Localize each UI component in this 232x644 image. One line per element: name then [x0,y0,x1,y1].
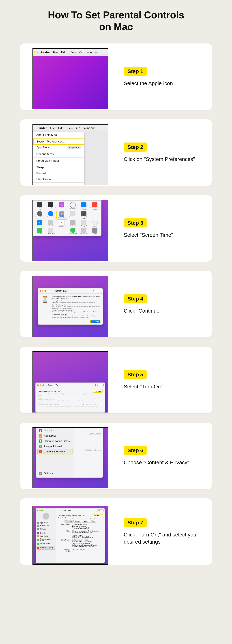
change-passcode-button[interactable]: Change Passcode… [83,403,102,406]
screenshot-4: ‹ › ⋮⋮ Screen Time Q ⏳ Get insights abou… [20,271,111,338]
pref-security[interactable]: Security & Privacy [78,216,89,220]
menu-restart[interactable]: Restart… [33,170,84,176]
cpr-head: Content & Privacy Restrictions: [58,515,81,516]
gc-profile-privacy[interactable]: ☑ Allow Profile Privacy Changes [72,546,103,548]
pref-trackpad[interactable]: Trackpad [78,225,89,227]
min-icon[interactable] [42,290,44,292]
web-unrestricted[interactable]: ◯ Unrestricted Access [72,524,103,526]
sidebar-item[interactable]: Content & Privacy [37,546,55,549]
search-input[interactable]: Q [97,510,104,512]
close-icon[interactable] [37,384,39,386]
max-icon[interactable] [42,384,44,386]
apple-icon[interactable] [34,52,38,53]
search-input[interactable]: Q [96,384,104,386]
search-input[interactable]: Q [92,290,101,292]
pref-spotlight[interactable]: Spotlight [68,208,78,210]
pref-profiles[interactable]: Profiles [90,233,100,234]
pref-datetime[interactable]: Date & Time [46,233,56,234]
pref-language[interactable]: Language & Region [78,207,89,210]
max-icon[interactable] [45,290,46,292]
pref-mouse[interactable]: Mouse [90,226,100,227]
menu-view[interactable]: View [70,50,76,54]
pref-extensions[interactable]: Extensions [68,216,78,218]
menu-system-preferences[interactable]: System Preferences… [33,139,84,144]
menu-about-mac[interactable]: About This Mac [33,132,84,138]
gamecenter-label: Game Center: [58,539,70,548]
multiplayer-value[interactable]: Allow with Everyone [72,549,103,552]
sidebar-item[interactable]: Notifications [37,524,55,527]
menu-go[interactable]: Go [79,50,84,54]
pref-sound[interactable]: Sound [46,225,56,227]
allow-explicit[interactable]: ☑ Explicit Language in Siri & Dictionary [72,530,103,532]
sidebar-item[interactable]: Pickups [37,527,55,530]
menu-finder[interactable]: Finder [40,50,50,54]
tab-content[interactable]: Content [64,520,74,522]
menu-sleep[interactable]: Sleep [33,164,84,170]
turn-off-button[interactable]: Turn Off… [92,514,103,517]
pref-timemachine[interactable]: Time Machine [68,233,78,234]
menu-shut-down[interactable]: Shut Down… [33,176,84,182]
pref-bluetooth[interactable]: Bluetooth [34,225,45,227]
menu-file[interactable]: File [50,126,55,130]
tab-stores[interactable]: Stores [74,520,82,522]
menu-edit[interactable]: Edit [61,50,66,54]
pref-startup[interactable]: Startup Disk [78,233,89,234]
menu-finder[interactable]: Finder [38,126,47,130]
sidebar-item[interactable]: Communication Limits [37,538,55,542]
gc-connect-friends[interactable]: ☑ Allow Connect with Friends [72,541,103,542]
sidebar-item-downtime[interactable]: ◐Downtime [37,428,73,433]
turn-on-button[interactable]: Turn On [93,390,102,393]
menu-force-quit[interactable]: Force Quit Finder [33,158,84,164]
web-limitadult[interactable]: ◉ Limit Adult Websites [72,526,103,527]
close-icon[interactable] [37,510,38,511]
gc-avatar[interactable]: ☑ Allow Avatar & Nickname Changes [72,544,103,546]
sidebar-item-content-privacy[interactable]: ⦸Content & Privacy [37,449,73,454]
gc-private-msg[interactable]: ☑ Allow Private Messaging [72,542,103,544]
content-privacy-window: App UsageNotificationsPickupsDowntimeApp… [36,508,105,563]
sidebar-item-options[interactable]: ⚙︎Options [37,471,73,476]
st-state: Off [58,390,60,392]
pref-notifications[interactable]: Notifications & Focus [90,207,100,210]
tab-apps[interactable]: Apps [82,520,89,522]
weekly-reports-t: View daily and weekly charts and get ins… [52,302,100,304]
allow-music-profiles[interactable]: ☑ Music Profiles [72,534,103,536]
pref-accessibility[interactable]: Accessibility [46,216,56,218]
use-passcode-chk[interactable]: Use Screen Time Passcode [40,404,59,406]
min-icon[interactable] [39,510,41,511]
sidebar-item[interactable]: Always Allowed [37,542,55,545]
pref-screen-time[interactable]: Screen Time [57,217,67,218]
gc-add-friends[interactable]: ☑ Allow Adding Friends [72,539,103,541]
max-icon[interactable] [42,510,43,511]
pref-siri[interactable]: Siri [56,207,67,209]
pref-mission[interactable]: Mission Control [46,207,56,209]
sidebar-item[interactable]: App Limits [37,534,55,538]
min-icon[interactable] [40,384,41,386]
window-title: Screen Time [48,384,60,386]
tab-other[interactable]: Other [89,520,97,522]
share-devices-chk[interactable]: Share across devices [40,398,55,400]
pref-users[interactable]: Users & Groups [34,216,45,218]
menu-view[interactable]: View [66,126,73,130]
web-allowedonly[interactable]: ◯ Allowed Websites Only [72,527,103,529]
menu-window[interactable]: Window [84,126,94,130]
menu-go[interactable]: Go [76,126,80,130]
menu-file[interactable]: File [53,50,58,54]
allow-web-siri[interactable]: ☑ Web Search Content in Siri [72,532,103,534]
sidebar-item-app-limits[interactable]: ⏱App Limits [37,433,73,438]
menu-window[interactable]: Window [86,50,98,54]
menu-lock-screen[interactable]: Lock Screen [33,183,84,185]
pref-keyboard[interactable]: Keyboard [68,225,78,227]
pref-dock[interactable]: Dock & Menu Bar [34,207,45,210]
menu-app-store[interactable]: App Store…5 updates [33,144,84,150]
sidebar-item[interactable]: Downtime [37,531,55,534]
menu-recent-items[interactable]: Recent Items› [33,151,84,157]
allow-shared-libs[interactable]: ☑ Music & TV Shared Libraries [72,536,103,538]
continue-button[interactable]: Continue [90,320,100,323]
sidebar-item[interactable]: App Usage [37,521,55,524]
pref-battery[interactable]: Battery [34,233,45,234]
pref-touchid[interactable]: Touch ID [56,226,67,227]
sidebar-item-communication[interactable]: 💬Communication Limits [37,438,73,444]
menu-edit[interactable]: Edit [58,126,63,130]
sidebar-item-always-allowed[interactable]: ✓Always Allowed [37,444,73,449]
close-icon[interactable] [40,290,41,292]
